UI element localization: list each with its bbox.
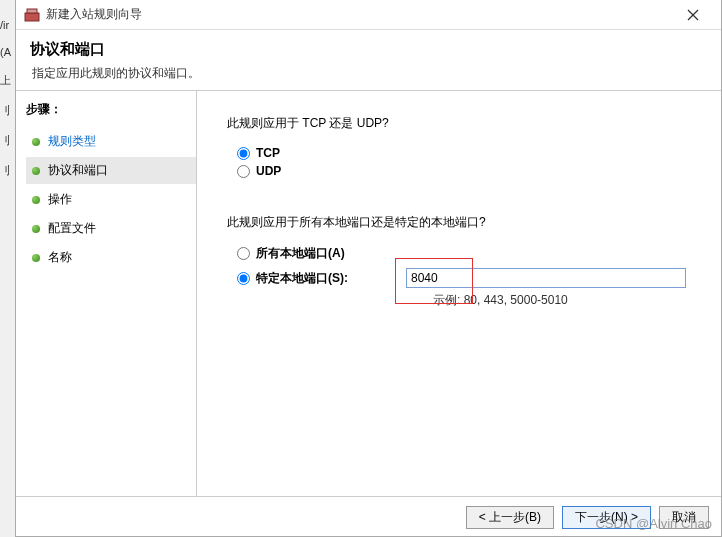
port-question: 此规则应用于所有本地端口还是特定的本地端口?	[227, 214, 701, 231]
back-button[interactable]: < 上一步(B)	[466, 506, 554, 529]
port-section: 此规则应用于所有本地端口还是特定的本地端口? 所有本地端口(A) 特定本地端口(…	[227, 214, 701, 309]
wizard-window: 新建入站规则向导 协议和端口 指定应用此规则的协议和端口。 步骤： 规则类型 协…	[15, 0, 722, 537]
radio-all-ports-row: 所有本地端口(A)	[237, 245, 701, 262]
header: 协议和端口 指定应用此规则的协议和端口。	[16, 30, 721, 91]
bullet-icon	[32, 225, 40, 233]
radio-all-ports[interactable]	[237, 247, 250, 260]
label-specific-ports: 特定本地端口(S):	[256, 270, 348, 287]
label-all-ports: 所有本地端口(A)	[256, 245, 345, 262]
svg-rect-1	[27, 9, 37, 13]
app-icon	[24, 7, 40, 23]
bullet-icon	[32, 196, 40, 204]
cancel-button[interactable]: 取消	[659, 506, 709, 529]
radio-tcp-row: TCP	[237, 146, 701, 160]
step-protocol-port[interactable]: 协议和端口	[26, 157, 196, 184]
step-label: 操作	[48, 191, 72, 208]
step-label: 协议和端口	[48, 162, 108, 179]
steps-sidebar: 步骤： 规则类型 协议和端口 操作 配置文件 名称	[16, 91, 196, 496]
next-button[interactable]: 下一步(N) >	[562, 506, 651, 529]
port-input[interactable]	[406, 268, 686, 288]
main-panel: 此规则应用于 TCP 还是 UDP? TCP UDP 此规则应用于所有本地端口还…	[196, 91, 721, 496]
step-rule-type[interactable]: 规则类型	[26, 128, 196, 155]
page-subtitle: 指定应用此规则的协议和端口。	[32, 65, 707, 82]
step-action[interactable]: 操作	[26, 186, 196, 213]
external-left-strip: /ir (A 上 刂 刂 刂	[0, 0, 15, 537]
radio-udp[interactable]	[237, 165, 250, 178]
svg-rect-0	[25, 13, 39, 21]
footer: < 上一步(B) 下一步(N) > 取消	[16, 496, 721, 537]
close-icon	[687, 9, 699, 21]
steps-heading: 步骤：	[26, 101, 196, 118]
bullet-icon	[32, 167, 40, 175]
label-udp: UDP	[256, 164, 281, 178]
radio-tcp[interactable]	[237, 147, 250, 160]
bullet-icon	[32, 138, 40, 146]
step-name[interactable]: 名称	[26, 244, 196, 271]
window-title: 新建入站规则向导	[46, 6, 673, 23]
step-label: 名称	[48, 249, 72, 266]
radio-udp-row: UDP	[237, 164, 701, 178]
step-label: 规则类型	[48, 133, 96, 150]
bullet-icon	[32, 254, 40, 262]
port-example: 示例: 80, 443, 5000-5010	[433, 292, 701, 309]
label-tcp: TCP	[256, 146, 280, 160]
radio-specific-ports[interactable]	[237, 272, 250, 285]
close-button[interactable]	[673, 2, 713, 28]
radio-specific-ports-row: 特定本地端口(S):	[227, 268, 701, 288]
step-profile[interactable]: 配置文件	[26, 215, 196, 242]
step-label: 配置文件	[48, 220, 96, 237]
protocol-question: 此规则应用于 TCP 还是 UDP?	[227, 115, 701, 132]
page-title: 协议和端口	[30, 40, 707, 59]
titlebar: 新建入站规则向导	[16, 0, 721, 30]
body: 步骤： 规则类型 协议和端口 操作 配置文件 名称 此规	[16, 91, 721, 496]
